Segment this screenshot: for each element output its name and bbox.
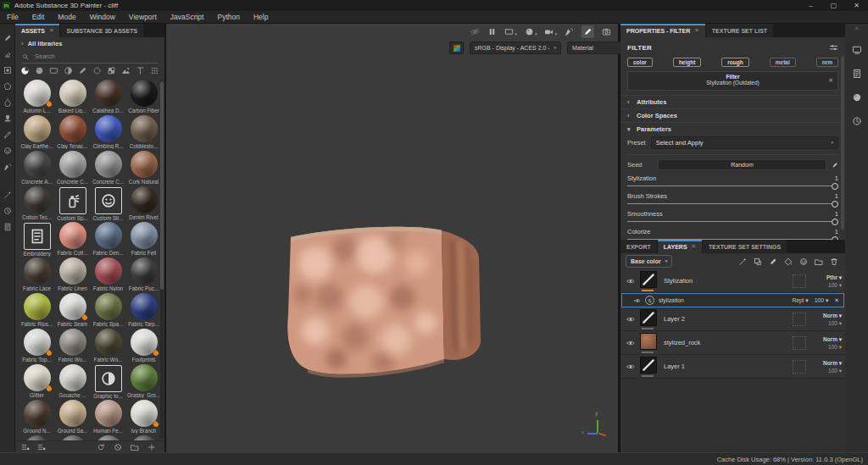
layer-mask-slot[interactable] — [793, 274, 806, 288]
filter-smart-materials-icon[interactable] — [35, 66, 44, 75]
instantiate-icon[interactable] — [754, 257, 762, 266]
asset-item[interactable]: Fabric Seam — [55, 293, 90, 329]
color-profile-dropdown[interactable]: sRGB - Display - ACES 2.0 - ▾ — [470, 42, 561, 54]
asset-item[interactable]: Concrete C... — [55, 151, 90, 186]
add-group-icon[interactable] — [815, 257, 823, 266]
asset-item[interactable]: Footprints — [126, 329, 161, 364]
asset-item[interactable]: Cotton Tec... — [19, 186, 54, 222]
asset-item[interactable]: Denim Rivet — [126, 186, 161, 222]
display-mode-icon[interactable]: ▾ — [504, 27, 517, 36]
slider-track[interactable] — [627, 218, 838, 226]
filter-textures-icon[interactable] — [107, 66, 116, 75]
asset-item[interactable]: Baked Lig... — [55, 80, 90, 115]
tab-assets[interactable]: ASSETS ✕ — [15, 24, 59, 37]
blend-mode-dropdown[interactable]: Norm ▾ — [810, 312, 842, 319]
asset-item[interactable]: Fabric Nylon — [91, 257, 125, 293]
filter-smart-masks-icon[interactable] — [49, 66, 58, 75]
filter-alphas-icon[interactable] — [92, 66, 102, 75]
material-picker-tool-icon[interactable] — [3, 130, 12, 139]
color-profile-icon[interactable] — [449, 42, 464, 54]
asset-item[interactable]: Ground N... — [19, 400, 54, 435]
clone-tool-icon[interactable] — [3, 114, 12, 123]
add-resource-icon[interactable] — [147, 443, 156, 451]
visibility-icon[interactable] — [626, 363, 635, 371]
asset-item[interactable]: Gouache ... — [55, 364, 90, 400]
layer-row[interactable]: Layer 2Norm ▾100 ▾ — [620, 307, 845, 331]
polygon-fill-tool-icon[interactable] — [3, 82, 12, 91]
effect-blend-dropdown[interactable]: Repl ▾ — [792, 297, 808, 304]
asset-item[interactable]: Custom Sp... — [55, 186, 90, 222]
add-paint-layer-icon[interactable] — [769, 257, 777, 266]
filter-resources-icon[interactable] — [150, 66, 159, 75]
asset-item[interactable]: Custom Sti... — [91, 186, 125, 222]
tab-texture-set-list[interactable]: TEXTURE SET LIST — [706, 24, 773, 37]
opacity-dropdown[interactable]: 100 ▾ — [810, 319, 842, 327]
asset-item[interactable] — [55, 435, 90, 440]
edit-seed-icon[interactable] — [832, 162, 838, 169]
layer-thumbnail[interactable] — [640, 309, 657, 326]
menu-javascript[interactable]: JavaScript — [164, 13, 211, 21]
tab-export[interactable]: EXPORT — [620, 240, 657, 253]
layer-row[interactable]: Layer 1Norm ▾100 ▾ — [620, 355, 845, 379]
straighten-tool-icon[interactable] — [3, 191, 12, 199]
filter-options-icon[interactable] — [829, 43, 838, 53]
tab-properties-filter[interactable]: PROPERTIES - FILTER ✕ — [620, 24, 705, 37]
seed-random-button[interactable]: Random — [658, 159, 826, 170]
filter-environments-icon[interactable] — [121, 66, 131, 75]
slider-knob[interactable] — [832, 201, 838, 208]
filter-filters-icon[interactable] — [64, 66, 73, 75]
minimize-button[interactable]: – — [799, 0, 822, 11]
maximize-button[interactable]: ▢ — [822, 0, 845, 11]
visibility-icon[interactable] — [626, 339, 635, 347]
group-attributes[interactable]: ›Attributes — [620, 95, 845, 108]
smudge-tool-icon[interactable] — [3, 98, 12, 107]
effect-opacity-dropdown[interactable]: 100 ▾ — [815, 297, 829, 304]
preset-dropdown[interactable]: Select and Apply ▾ — [651, 136, 838, 149]
screenshot-icon[interactable] — [602, 27, 611, 36]
asset-item[interactable]: Embroidery — [19, 222, 54, 257]
environment-icon[interactable]: ▾ — [525, 27, 537, 36]
asset-item[interactable]: Calathea D... — [91, 80, 125, 115]
remove-filter-icon[interactable]: ✕ — [828, 77, 833, 84]
slider-track[interactable] — [627, 182, 838, 191]
camera-mode-icon[interactable]: ▾ — [544, 27, 557, 36]
blend-mode-dropdown[interactable]: Norm ▾ — [810, 335, 842, 343]
close-icon[interactable]: ✕ — [692, 243, 696, 250]
asset-item[interactable]: Ground Sa... — [55, 400, 90, 435]
layer-thumbnail[interactable] — [640, 357, 657, 374]
assets-scrollbar[interactable] — [160, 80, 164, 439]
paint-tool-icon[interactable] — [3, 34, 12, 42]
search-input[interactable] — [33, 52, 138, 61]
menu-help[interactable]: Help — [247, 13, 275, 21]
log-icon[interactable] — [852, 69, 862, 79]
filter-slot[interactable]: Filter Stylization (Outdated) ✕ — [627, 71, 838, 91]
eraser-tool-icon[interactable] — [3, 50, 12, 58]
history-icon[interactable] — [852, 116, 862, 126]
opacity-dropdown[interactable]: 100 ▾ — [810, 343, 842, 351]
library-selector[interactable]: › All libraries — [15, 37, 164, 50]
asset-item[interactable]: Fabric Wo... — [91, 329, 125, 364]
asset-item[interactable]: Fabric Den... — [91, 222, 125, 257]
paint-mode-icon[interactable] — [581, 25, 594, 38]
asset-item[interactable]: Fabric Puc... — [126, 257, 161, 293]
group-parameters[interactable]: ▾Parameters — [620, 122, 845, 136]
filter-materials-icon[interactable] — [20, 66, 30, 75]
filter-brushes-icon[interactable] — [78, 66, 87, 75]
menu-edit[interactable]: Edit — [25, 13, 52, 21]
menu-viewport[interactable]: Viewport — [122, 13, 164, 21]
menu-file[interactable]: File — [0, 13, 25, 21]
history-tool-icon[interactable] — [3, 207, 12, 215]
asset-item[interactable]: Clay Tenac... — [55, 115, 90, 151]
asset-item[interactable]: Carbon Fiber — [126, 80, 161, 115]
slider-knob[interactable] — [832, 236, 838, 240]
export-tool-icon[interactable] — [3, 223, 12, 231]
asset-item[interactable]: Autumn L... — [19, 80, 54, 115]
channel-button-nrm[interactable]: nrm — [816, 58, 838, 67]
projection-tool-icon[interactable] — [3, 66, 12, 75]
channel-button-rough[interactable]: rough — [721, 58, 748, 67]
blend-mode-dropdown[interactable]: Norm ▾ — [810, 359, 842, 367]
wireframe-toggle-icon[interactable] — [470, 27, 480, 36]
delete-layer-icon[interactable] — [830, 257, 838, 266]
asset-item[interactable]: Concrete C... — [91, 151, 125, 186]
menu-python[interactable]: Python — [210, 13, 246, 21]
